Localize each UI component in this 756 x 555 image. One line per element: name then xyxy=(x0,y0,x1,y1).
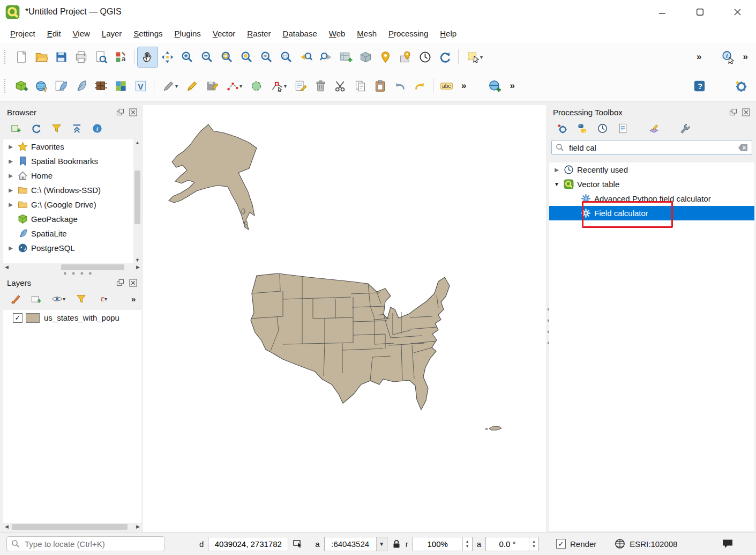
rotation-spinbox[interactable]: ▲▼ xyxy=(485,537,539,551)
add-group-button[interactable] xyxy=(29,292,43,306)
new-virtual-layer-button[interactable]: V xyxy=(131,76,151,96)
browser-properties-button[interactable]: i xyxy=(90,121,104,135)
undo-button[interactable] xyxy=(390,76,410,96)
layer-labeling-button[interactable]: abc xyxy=(437,76,456,96)
scroll-right-icon[interactable]: ▶ xyxy=(136,524,140,529)
messages-button[interactable] xyxy=(722,538,733,549)
layer-color-swatch[interactable] xyxy=(26,313,40,323)
zoom-to-layer-button[interactable] xyxy=(257,47,276,67)
coordinate-input[interactable] xyxy=(208,539,288,549)
toolbar-extension-icon[interactable]: » xyxy=(126,294,140,304)
metasearch-button[interactable] xyxy=(485,76,505,96)
coordinate-box[interactable] xyxy=(208,537,288,551)
menu-settings[interactable]: Settings xyxy=(128,26,168,41)
close-panel-button[interactable] xyxy=(129,108,138,117)
history-button[interactable] xyxy=(595,121,609,135)
help-button[interactable]: ? xyxy=(690,76,709,96)
open-project-button[interactable] xyxy=(32,47,51,67)
cut-features-button[interactable] xyxy=(331,76,350,96)
processing-group-recently-used[interactable]: ▶ Recently used xyxy=(549,162,754,177)
spin-up-icon[interactable]: ▲ xyxy=(532,539,536,544)
paste-features-button[interactable] xyxy=(370,76,390,96)
zoom-full-button[interactable] xyxy=(217,47,237,67)
vertex-tool-button[interactable]: ▾ xyxy=(266,76,291,96)
scroll-left-icon[interactable]: ◀ xyxy=(5,524,9,529)
refresh-button[interactable] xyxy=(435,47,455,67)
menu-view[interactable]: View xyxy=(67,26,96,41)
browser-item-home[interactable]: ▶ Home xyxy=(3,168,141,183)
menu-layer[interactable]: Layer xyxy=(96,26,128,41)
delete-selected-button[interactable] xyxy=(311,76,331,96)
processing-alg-field-calculator[interactable]: Field calculator xyxy=(549,206,754,220)
toolbar-extension-icon[interactable]: » xyxy=(738,51,753,62)
layer-visibility-checkbox[interactable]: ✓ xyxy=(13,313,23,323)
refresh-browser-button[interactable] xyxy=(29,121,43,135)
browser-item-postgresql[interactable]: ▶ PostgreSQL xyxy=(3,241,141,255)
expand-arrow-icon[interactable]: ▶ xyxy=(5,173,16,179)
scale-combo[interactable]: :64043524 ▼ xyxy=(324,537,387,551)
menu-project[interactable]: Project xyxy=(4,26,41,41)
expand-arrow-icon[interactable]: ▶ xyxy=(5,187,16,193)
toolbar-grip[interactable] xyxy=(4,79,10,93)
magnifier-input[interactable] xyxy=(413,539,462,549)
temporal-controller-button[interactable] xyxy=(415,47,435,67)
new-project-button[interactable] xyxy=(12,47,32,67)
expand-arrow-icon[interactable]: ▶ xyxy=(5,245,16,251)
combo-arrow-icon[interactable]: ▼ xyxy=(376,537,387,551)
new-mesh-layer-button[interactable] xyxy=(91,76,111,96)
toggle-editing-button[interactable] xyxy=(182,76,202,96)
show-layout-manager-button[interactable] xyxy=(91,47,111,67)
crs-value[interactable]: ESRI:102008 xyxy=(630,539,677,549)
scroll-up-icon[interactable]: ▲ xyxy=(135,140,140,145)
browser-item-spatialite[interactable]: SpatiaLite xyxy=(3,226,141,241)
new-geopackage-layer-button[interactable] xyxy=(12,76,32,96)
toolbar-grip[interactable] xyxy=(4,50,10,64)
clear-search-icon[interactable] xyxy=(738,144,748,152)
spinner-buttons[interactable]: ▲▼ xyxy=(529,537,538,551)
pan-to-selection-button[interactable] xyxy=(158,47,177,67)
menu-processing[interactable]: Processing xyxy=(383,26,434,41)
browser-item-g-drive[interactable]: ▶ G:\ (Google Drive) xyxy=(3,197,141,212)
new-virtual-raster-button[interactable] xyxy=(111,76,131,96)
maximize-button[interactable] xyxy=(681,0,718,24)
browser-item-favorites[interactable]: ▶ Favorites xyxy=(3,139,141,154)
spinner-buttons[interactable]: ▲▼ xyxy=(462,537,472,551)
new-3d-map-view-button[interactable] xyxy=(356,47,376,67)
menu-edit[interactable]: Edit xyxy=(41,26,67,41)
save-project-button[interactable] xyxy=(51,47,71,67)
scrollbar-thumb[interactable] xyxy=(134,171,140,224)
minimize-button[interactable] xyxy=(643,0,681,24)
crs-icon[interactable] xyxy=(615,538,625,549)
rotation-input[interactable] xyxy=(486,539,529,549)
menu-raster[interactable]: Raster xyxy=(241,26,276,41)
manage-map-themes-button[interactable]: ▾ xyxy=(49,292,68,306)
spin-down-icon[interactable]: ▼ xyxy=(466,544,469,549)
expand-arrow-icon[interactable]: ▶ xyxy=(5,202,16,208)
processing-alg-advanced-python-field-calculator[interactable]: Advanced Python field calculator xyxy=(549,191,754,206)
copy-features-button[interactable] xyxy=(350,76,370,96)
map-canvas[interactable] xyxy=(143,105,546,532)
select-features-button[interactable]: ▾ xyxy=(462,47,488,67)
current-edits-button[interactable]: ▾ xyxy=(158,76,182,96)
open-layer-styling-button[interactable] xyxy=(9,292,23,306)
zoom-out-button[interactable] xyxy=(197,47,217,67)
style-manager-button[interactable]: a xyxy=(111,47,131,67)
scrollbar-thumb[interactable] xyxy=(12,524,128,530)
menu-mesh[interactable]: Mesh xyxy=(351,26,383,41)
zoom-last-button[interactable] xyxy=(296,47,316,67)
edit-features-in-place-button[interactable] xyxy=(647,121,661,135)
scroll-down-icon[interactable]: ▼ xyxy=(135,257,140,263)
menu-vector[interactable]: Vector xyxy=(207,26,242,41)
processing-group-vector-table[interactable]: ▼ Vector table xyxy=(549,177,754,191)
magnifier-spinbox[interactable]: ▲▼ xyxy=(413,537,473,551)
new-map-view-button[interactable] xyxy=(336,47,356,67)
filter-by-expression-button[interactable]: ε▾ xyxy=(94,292,114,306)
processing-search-input[interactable] xyxy=(568,143,734,153)
digitize-with-segment-button[interactable]: ▾ xyxy=(222,76,246,96)
toolbar-extension-icon[interactable]: » xyxy=(456,80,471,91)
save-layer-edits-button[interactable] xyxy=(202,76,222,96)
close-panel-button[interactable] xyxy=(129,278,138,287)
processing-toolbox-button[interactable] xyxy=(731,76,751,96)
locate-input[interactable] xyxy=(24,539,160,549)
zoom-in-button[interactable] xyxy=(177,47,197,67)
